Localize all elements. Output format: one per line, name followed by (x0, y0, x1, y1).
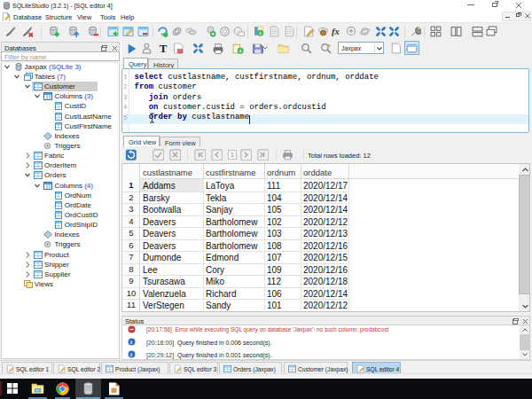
svg-text:i: i (130, 351, 132, 357)
svg-text:fx: fx (332, 26, 340, 36)
svg-text:i: i (130, 339, 132, 345)
svg-text:T: T (160, 43, 168, 54)
